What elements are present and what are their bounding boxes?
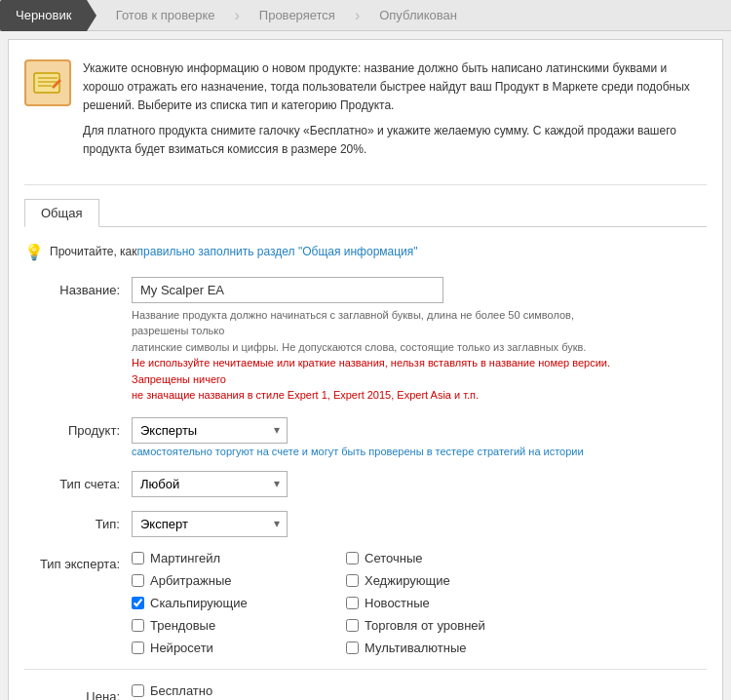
checkbox-multicurrency-input[interactable] bbox=[346, 642, 359, 654]
name-input[interactable] bbox=[132, 277, 443, 303]
nav-step-draft[interactable]: Черновик bbox=[0, 0, 87, 31]
tip-line: 💡 Прочитайте, как правильно заполнить ра… bbox=[24, 243, 707, 261]
free-checkbox-wrapper: Бесплатно bbox=[132, 683, 707, 698]
checkbox-martingale-input[interactable] bbox=[132, 552, 144, 564]
name-label: Название: bbox=[24, 277, 132, 297]
checkbox-grid[interactable]: Сеточные bbox=[346, 551, 541, 565]
product-control: Эксперты Индикаторы Скрипты самостоятель… bbox=[132, 417, 707, 457]
tab-bar: Общая bbox=[24, 199, 707, 227]
account-type-row: Тип счета: Любой Реальный Демо bbox=[24, 471, 707, 497]
name-row: Название: Название продукта должно начин… bbox=[24, 277, 707, 404]
checkbox-multicurrency[interactable]: Мультивалютные bbox=[346, 641, 541, 655]
name-control: Название продукта должно начинаться с за… bbox=[132, 277, 707, 404]
price-row: Цена: Бесплатно USD за безлимитное испол… bbox=[24, 683, 707, 700]
checkbox-news[interactable]: Новостные bbox=[346, 596, 541, 610]
divider-price bbox=[24, 669, 707, 670]
account-type-select[interactable]: Любой Реальный Демо bbox=[132, 471, 288, 497]
type-control: Эксперт Советник Индикатор bbox=[132, 511, 707, 537]
product-row: Продукт: Эксперты Индикаторы Скрипты сам… bbox=[24, 417, 707, 457]
type-select[interactable]: Эксперт Советник Индикатор bbox=[132, 511, 288, 537]
name-help: Название продукта должно начинаться с за… bbox=[132, 307, 619, 404]
type-row: Тип: Эксперт Советник Индикатор bbox=[24, 511, 707, 537]
price-label: Цена: bbox=[24, 683, 132, 700]
price-control: Бесплатно USD за безлимитное использован… bbox=[132, 683, 707, 700]
info-icon bbox=[24, 59, 71, 106]
nav-step-reviewing[interactable]: Проверяется bbox=[244, 0, 351, 31]
checkbox-martingale[interactable]: Мартингейл bbox=[132, 551, 327, 565]
nav-separator-2: › bbox=[230, 7, 243, 24]
account-type-control: Любой Реальный Демо bbox=[132, 471, 707, 497]
checkbox-neural-input[interactable] bbox=[132, 642, 144, 654]
free-label: Бесплатно bbox=[150, 683, 212, 698]
main-content: Укажите основную информацию о новом прод… bbox=[8, 39, 723, 700]
checkbox-arbitrage-input[interactable] bbox=[132, 574, 144, 587]
divider-top bbox=[24, 184, 707, 185]
checkbox-grid-input[interactable] bbox=[346, 552, 359, 564]
tip-icon: 💡 bbox=[24, 243, 44, 261]
tab-general[interactable]: Общая bbox=[24, 199, 99, 227]
checkbox-news-input[interactable] bbox=[346, 597, 359, 609]
info-block: Укажите основную информацию о новом прод… bbox=[24, 52, 707, 173]
nav-separator-3: › bbox=[351, 7, 364, 24]
info-text: Укажите основную информацию о новом прод… bbox=[83, 59, 707, 165]
product-select[interactable]: Эксперты Индикаторы Скрипты bbox=[132, 417, 288, 444]
checkbox-grid: Мартингейл Сеточные Арбитражные Хеджирую… bbox=[132, 551, 707, 655]
checkbox-levels[interactable]: Торговля от уровней bbox=[346, 618, 541, 633]
checkbox-trend[interactable]: Трендовые bbox=[132, 618, 327, 633]
expert-type-label: Тип эксперта: bbox=[24, 551, 132, 571]
tip-text-before: Прочитайте, как bbox=[50, 245, 137, 258]
account-type-label: Тип счета: bbox=[24, 471, 132, 491]
checkbox-trend-input[interactable] bbox=[132, 619, 144, 632]
type-select-wrapper: Эксперт Советник Индикатор bbox=[132, 511, 288, 537]
checkbox-hedging-input[interactable] bbox=[346, 574, 359, 587]
account-type-select-wrapper: Любой Реальный Демо bbox=[132, 471, 288, 497]
checkbox-hedging[interactable]: Хеджирующие bbox=[346, 573, 541, 588]
checkbox-scalping[interactable]: Скальпирующие bbox=[132, 596, 327, 610]
nav-step-published[interactable]: Опубликован bbox=[364, 0, 473, 31]
checkbox-arbitrage[interactable]: Арбитражные bbox=[132, 573, 327, 588]
top-nav: Черновик › Готов к проверке › Проверяетс… bbox=[0, 0, 731, 31]
checkbox-scalping-input[interactable] bbox=[132, 597, 144, 609]
product-select-wrapper: Эксперты Индикаторы Скрипты bbox=[132, 417, 288, 444]
product-sublink[interactable]: самостоятельно торгуют на счете и могут … bbox=[132, 446, 707, 457]
tip-link[interactable]: правильно заполнить раздел "Общая информ… bbox=[137, 245, 418, 258]
expert-type-control: Мартингейл Сеточные Арбитражные Хеджирую… bbox=[132, 551, 707, 655]
nav-step-ready[interactable]: Готов к проверке bbox=[100, 0, 231, 31]
expert-type-row: Тип эксперта: Мартингейл Сеточные Арбитр… bbox=[24, 551, 707, 655]
type-label: Тип: bbox=[24, 511, 132, 531]
free-checkbox-input[interactable] bbox=[132, 684, 144, 697]
checkbox-neural[interactable]: Нейросети bbox=[132, 641, 327, 655]
product-label: Продукт: bbox=[24, 417, 132, 438]
checkbox-levels-input[interactable] bbox=[346, 619, 359, 632]
